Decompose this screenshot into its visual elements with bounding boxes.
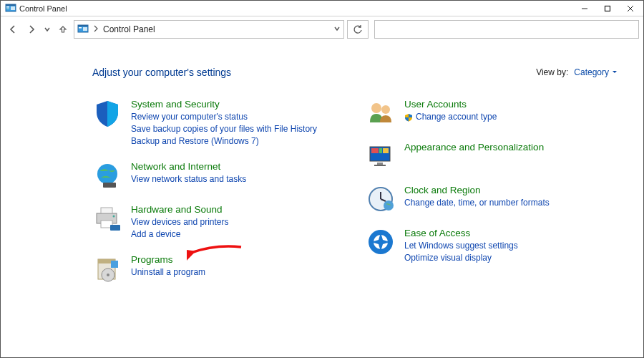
category-hardware-sound: Hardware and Sound View devices and prin… [92, 203, 344, 241]
people-icon [366, 98, 396, 128]
control-panel-icon [5, 4, 16, 14]
svg-rect-12 [83, 27, 87, 31]
svg-rect-11 [79, 27, 82, 29]
control-panel-icon [77, 24, 89, 34]
category-appearance-personalization: Appearance and Personalization [366, 141, 618, 171]
view-by-value: Category [574, 67, 609, 77]
page-heading: Adjust your computer's settings [92, 67, 231, 78]
category-title[interactable]: Programs [131, 253, 205, 266]
category-link[interactable]: Let Windows suggest settings [404, 240, 518, 252]
category-network-internet: Network and Internet View network status… [92, 160, 344, 190]
category-clock-region: Clock and Region Change date, time, or n… [366, 184, 618, 214]
category-link[interactable]: Backup and Restore (Windows 7) [131, 135, 317, 147]
chevron-down-icon [612, 69, 618, 75]
maximize-button[interactable] [596, 1, 619, 16]
minimize-button[interactable] [573, 1, 596, 16]
svg-point-26 [381, 105, 390, 114]
forward-button[interactable] [24, 21, 39, 37]
clock-icon [366, 184, 396, 214]
category-title[interactable]: User Accounts [404, 98, 497, 111]
svg-point-13 [97, 164, 117, 184]
svg-rect-24 [111, 261, 118, 268]
svg-rect-29 [379, 148, 382, 153]
window-title: Control Panel [19, 4, 67, 13]
category-link[interactable]: Optimize visual display [404, 252, 518, 264]
category-link[interactable]: Save backup copies of your files with Fi… [131, 123, 317, 135]
svg-rect-2 [6, 6, 9, 8]
category-programs: Programs Uninstall a program [92, 253, 344, 284]
globe-icon [92, 160, 122, 190]
search-input[interactable] [374, 20, 639, 39]
chevron-right-icon [93, 24, 99, 34]
category-title[interactable]: Clock and Region [404, 184, 550, 197]
category-link[interactable]: Change date, time, or number formats [404, 197, 550, 209]
svg-point-25 [371, 103, 381, 113]
svg-rect-3 [6, 8, 9, 9]
category-title[interactable]: Ease of Access [404, 227, 518, 240]
monitor-icon [366, 141, 396, 171]
category-link[interactable]: View network status and tasks [131, 173, 246, 185]
svg-rect-32 [374, 165, 386, 166]
svg-point-37 [384, 200, 394, 211]
software-box-icon [92, 253, 122, 284]
up-button[interactable] [55, 21, 71, 37]
back-button[interactable] [5, 21, 21, 37]
svg-rect-14 [103, 183, 116, 188]
view-by-label: View by: [536, 67, 568, 77]
svg-rect-1 [6, 4, 16, 6]
svg-point-23 [107, 274, 109, 276]
close-button[interactable] [619, 1, 642, 16]
svg-rect-10 [78, 25, 88, 26]
svg-rect-19 [110, 225, 120, 231]
address-bar[interactable]: Control Panel [74, 20, 344, 39]
category-system-security: System and Security Review your computer… [92, 98, 344, 147]
category-title[interactable]: Appearance and Personalization [404, 141, 544, 154]
titlebar: Control Panel [1, 1, 643, 16]
nav-toolbar: Control Panel [1, 16, 643, 44]
uac-shield-icon [404, 113, 413, 122]
category-ease-of-access: Ease of Access Let Windows suggest setti… [366, 227, 618, 264]
category-link[interactable]: View devices and printers [131, 216, 229, 228]
svg-rect-30 [383, 148, 389, 153]
recent-locations-button[interactable] [42, 21, 52, 37]
category-link[interactable]: Add a device [131, 228, 229, 241]
category-link[interactable]: Uninstall a program [131, 266, 205, 279]
category-link[interactable]: Review your computer's status [131, 111, 317, 123]
refresh-button[interactable] [347, 20, 369, 39]
svg-point-18 [113, 216, 115, 218]
category-title[interactable]: Hardware and Sound [131, 203, 229, 216]
svg-rect-6 [605, 6, 610, 11]
address-location: Control Panel [103, 24, 155, 34]
view-by-selector[interactable]: View by: Category [536, 67, 618, 77]
shield-icon [92, 98, 122, 128]
svg-rect-28 [371, 148, 379, 153]
ease-of-access-icon [366, 227, 396, 257]
svg-rect-16 [101, 208, 112, 213]
category-link[interactable]: Change account type [404, 111, 497, 123]
category-title[interactable]: System and Security [131, 98, 317, 111]
svg-rect-31 [377, 163, 383, 165]
content-area: Adjust your computer's settings View by:… [1, 44, 643, 357]
svg-rect-4 [11, 6, 15, 10]
printer-icon [92, 203, 122, 233]
address-dropdown[interactable] [333, 24, 341, 34]
category-title[interactable]: Network and Internet [131, 160, 246, 173]
category-user-accounts: User Accounts Change account type [366, 98, 618, 128]
